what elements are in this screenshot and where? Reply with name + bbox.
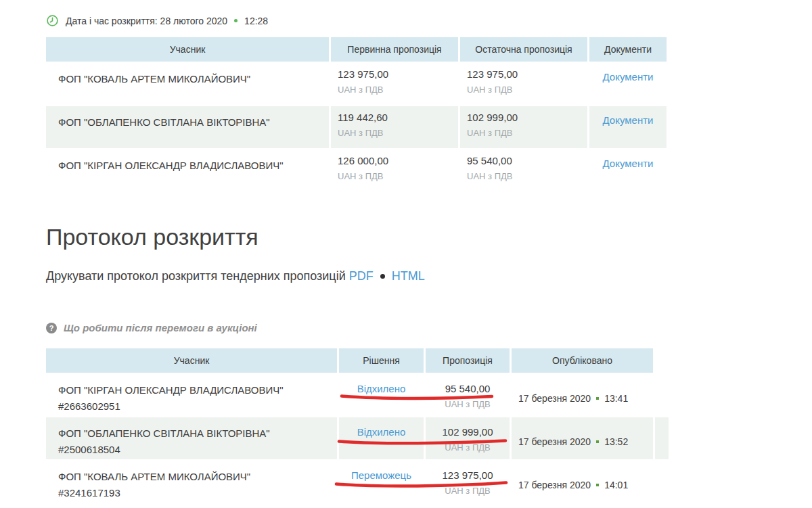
bid-amount: 102 999,00 [467,112,587,123]
disclosure-time-text: 12:28 [244,16,268,26]
green-dot-separator [234,19,238,22]
bid-amount: 95 540,00 [467,155,587,166]
proposal-cell: 102 999,00 UAH з ПДВ [426,417,510,459]
currency-note: UAH з ПДВ [426,399,510,409]
participant-cell: ФОП "ОБЛАПЕНКО СВІТЛАНА ВІКТОРІВНА" #250… [46,417,337,459]
disclosure-date-line: Дата і час розкриття: 28 лютого 2020 12:… [46,14,268,27]
participant-id: #2663602951 [58,398,330,415]
question-mark-icon: ? [46,323,57,333]
bid-amount: 123 975,00 [426,469,510,481]
green-dot-separator [596,397,599,400]
documents-link[interactable]: Документи [603,71,654,83]
participant-name: ФОП "ОБЛАПЕНКО СВІТЛАНА ВІКТОРІВНА" [58,425,330,442]
help-link-what-to-do[interactable]: ? Що робити після перемоги в аукціоні [46,322,257,333]
pdf-link[interactable]: PDF [349,269,374,283]
currency-note: UAH з ПДВ [467,85,587,95]
bids-table: Учасник Первинна пропозиція Остаточна пр… [46,37,667,191]
green-dot-separator [596,440,599,443]
published-date: 17 березня 2020 [518,436,591,447]
currency-note: UAH з ПДВ [467,171,587,181]
documents-link[interactable]: Документи [603,158,654,169]
currency-note: UAH з ПДВ [467,128,587,138]
currency-note: UAH з ПДВ [338,128,458,138]
participant-name: ФОП "КІРГАН ОЛЕКСАНДР ВЛАДИСЛАВОВИЧ" [58,382,330,398]
column-header-documents: Документи [589,37,667,62]
currency-note: UAH з ПДВ [338,171,458,181]
published-time: 13:41 [604,393,628,404]
section-title-protocol: Протокол розкриття [46,223,258,251]
spacer-cell [655,374,669,416]
bid-amount: 126 000,00 [338,155,458,166]
published-cell: 17 березня 2020 13:52 [512,417,653,459]
published-time: 14:01 [604,480,628,490]
documents-cell: Документи [589,63,667,105]
initial-bid-cell: 123 975,00 UAH з ПДВ [331,63,458,105]
participant-name: ФОП "КОВАЛЬ АРТЕМ МИКОЛАЙОВИЧ" [58,469,330,485]
html-link[interactable]: HTML [392,269,425,283]
participant-name: ФОП "ОБЛАПЕНКО СВІТЛАНА ВІКТОРІВНА" [46,106,329,148]
column-header-final-bid: Остаточна пропозиція [460,37,587,62]
column-header-initial-bid: Первинна пропозиція [331,37,458,62]
decision-link[interactable]: Переможець [351,469,411,481]
decision-cell: Відхилено [339,374,424,416]
documents-link[interactable]: Документи [603,114,654,126]
decision-link[interactable]: Відхилено [357,426,406,438]
decision-cell: Відхилено [339,417,424,459]
print-protocol-line: Друкувати протокол розкриття тендерних п… [46,269,425,283]
participant-cell: ФОП "КІРГАН ОЛЕКСАНДР ВЛАДИСЛАВОВИЧ" #26… [46,374,337,416]
decision-cell: Переможець [339,461,424,503]
documents-cell: Документи [589,149,667,191]
participant-cell: ФОП "КОВАЛЬ АРТЕМ МИКОЛАЙОВИЧ" #32416171… [46,461,337,503]
column-header-participant: Учасник [46,348,337,373]
bid-amount: 123 975,00 [467,68,587,80]
bid-amount: 95 540,00 [426,383,510,394]
green-dot-separator [596,484,599,486]
bid-amount: 119 442,60 [338,112,458,123]
currency-note: UAH з ПДВ [338,85,458,95]
disclosure-date-text: Дата і час розкриття: 28 лютого 2020 [66,16,227,26]
participant-name: ФОП "КОВАЛЬ АРТЕМ МИКОЛАЙОВИЧ" [46,63,329,105]
currency-note: UAH з ПДВ [426,486,510,496]
participant-name: ФОП "КІРГАН ОЛЕКСАНДР ВЛАДИСЛАВОВИЧ" [46,149,329,191]
participant-id: #3241617193 [58,485,330,501]
column-header-proposal: Пропозиція [426,348,510,373]
participant-id: #2500618504 [58,442,330,458]
column-header-spacer [655,348,669,373]
clock-icon [46,14,59,27]
column-header-published: Опубліковано [512,348,653,373]
published-date: 17 березня 2020 [518,393,591,404]
final-bid-cell: 102 999,00 UAH з ПДВ [460,106,587,148]
column-header-participant: Учасник [46,37,329,62]
currency-note: UAH з ПДВ [426,442,510,453]
published-cell: 17 березня 2020 13:41 [512,374,653,416]
print-protocol-text: Друкувати протокол розкриття тендерних п… [46,269,346,283]
spacer-cell [655,461,669,503]
proposal-cell: 123 975,00 UAH з ПДВ [426,461,510,503]
final-bid-cell: 95 540,00 UAH з ПДВ [460,149,587,191]
bullet-separator [380,274,385,279]
qualification-table: Учасник Рішення Пропозиція Опубліковано … [46,348,669,503]
published-time: 13:52 [604,436,628,447]
column-header-decision: Рішення [339,348,424,373]
initial-bid-cell: 119 442,60 UAH з ПДВ [331,106,458,148]
initial-bid-cell: 126 000,00 UAH з ПДВ [331,149,458,191]
decision-link[interactable]: Відхилено [357,383,406,394]
help-text: Що робити після перемоги в аукціоні [64,322,257,333]
documents-cell: Документи [589,106,667,148]
proposal-cell: 95 540,00 UAH з ПДВ [426,374,510,416]
final-bid-cell: 123 975,00 UAH з ПДВ [460,63,587,105]
bid-amount: 102 999,00 [426,426,510,438]
published-cell: 17 березня 2020 14:01 [512,461,653,503]
bid-amount: 123 975,00 [338,68,458,80]
published-date: 17 березня 2020 [518,480,591,490]
spacer-cell [655,417,669,459]
